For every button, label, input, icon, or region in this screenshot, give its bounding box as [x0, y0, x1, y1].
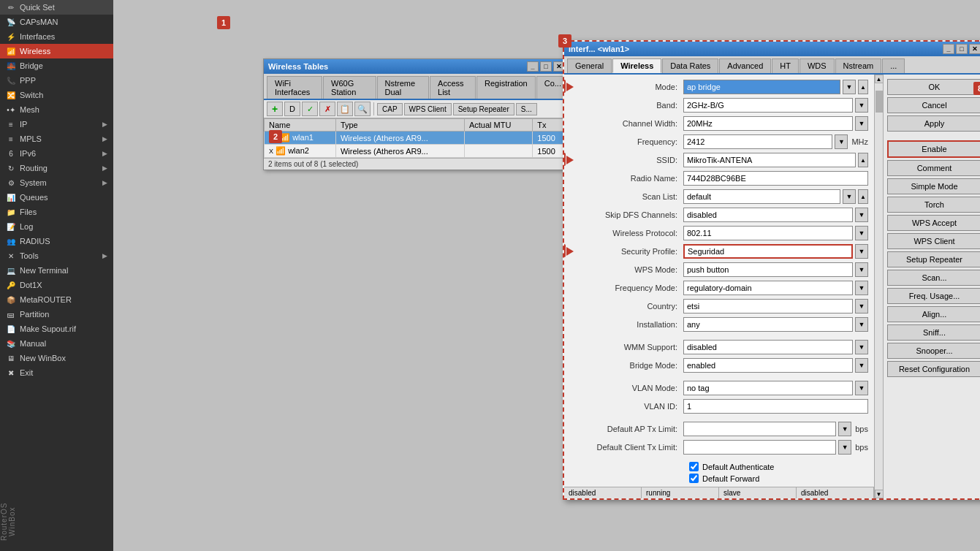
sidebar-item-log[interactable]: 📝 Log — [0, 219, 113, 234]
country-dropdown[interactable]: ▼ — [855, 299, 868, 314]
table-row[interactable]: XS 📶 wlan1 Wireless (Atheros AR9... 1500 — [265, 132, 569, 145]
reset-config-btn[interactable]: Reset Configuration — [887, 361, 980, 377]
security-profile-dropdown[interactable]: ▼ — [855, 244, 868, 259]
scan-list-dropdown[interactable]: ▼ — [843, 189, 856, 204]
sniff-btn[interactable]: Sniff... — [887, 324, 980, 341]
align-btn[interactable]: Align... — [887, 306, 980, 322]
dialog-close-btn[interactable]: ✕ — [969, 44, 980, 54]
sidebar-item-system[interactable]: ⚙ System ▶ — [0, 175, 113, 190]
s-btn[interactable]: S... — [516, 103, 537, 115]
freq-usage-btn[interactable]: Freq. Usage... — [887, 288, 980, 304]
sidebar-item-switch[interactable]: 🔀 Switch — [0, 88, 113, 102]
sidebar-item-capsman[interactable]: 📡 CAPsMAN — [0, 15, 113, 29]
default-ap-tx-input[interactable] — [683, 422, 836, 436]
sidebar-item-new-terminal[interactable]: 💻 New Terminal — [0, 263, 113, 278]
sidebar-item-mesh[interactable]: •✦ Mesh — [0, 102, 113, 117]
dialog-maximize-btn[interactable]: □ — [956, 44, 968, 54]
default-forward-checkbox[interactable] — [689, 474, 699, 483]
vlan-mode-dropdown[interactable]: ▼ — [855, 381, 868, 395]
wmm-support-dropdown[interactable]: ▼ — [855, 340, 868, 354]
sidebar-item-wireless[interactable]: 📶 Wireless — [0, 44, 113, 58]
tab-w60g[interactable]: W60G Station — [323, 76, 376, 99]
ssid-input[interactable]: MikroTik-ANTENA — [683, 153, 856, 167]
table-row[interactable]: X 📶 wlan2 Wireless (Atheros AR9... 1500 — [265, 145, 569, 158]
wps-mode-input[interactable]: push button — [683, 262, 853, 277]
col-mtu[interactable]: Actual MTU — [464, 119, 532, 132]
tab-nstreme-dual[interactable]: Nstreme Dual — [377, 76, 430, 99]
bridge-mode-dropdown[interactable]: ▼ — [855, 358, 868, 373]
wireless-protocol-dropdown[interactable]: ▼ — [855, 226, 868, 240]
minimize-btn[interactable]: _ — [527, 61, 539, 72]
tab-registration[interactable]: Registration — [476, 76, 536, 99]
wps-mode-dropdown[interactable]: ▼ — [855, 262, 868, 277]
frequency-dropdown[interactable]: ▼ — [835, 134, 848, 149]
mode-up-arrow[interactable]: ▲ — [858, 80, 868, 94]
mode-input[interactable]: ap bridge — [683, 80, 840, 94]
skip-dfs-dropdown[interactable]: ▼ — [855, 208, 868, 222]
sidebar-item-mpls[interactable]: ≡ MPLS ▶ — [0, 132, 113, 146]
ok-btn[interactable]: OK — [887, 79, 980, 95]
sidebar-item-ipv6[interactable]: 6 IPv6 ▶ — [0, 146, 113, 161]
scan-list-input[interactable]: default — [683, 189, 840, 204]
scroll-thumb[interactable] — [875, 91, 883, 113]
col-type[interactable]: Type — [335, 119, 464, 132]
mode-dropdown[interactable]: ▼ — [843, 80, 856, 94]
default-auth-checkbox[interactable] — [689, 462, 699, 471]
tab-access-list[interactable]: Access List — [430, 76, 476, 99]
sidebar-item-queues[interactable]: 📊 Queues — [0, 190, 113, 205]
tab-advanced[interactable]: Advanced — [719, 58, 771, 73]
tab-nstream[interactable]: Nstream — [835, 58, 882, 73]
cap-btn[interactable]: CAP — [377, 103, 403, 115]
col-name[interactable]: Name — [265, 119, 336, 132]
sidebar-item-files[interactable]: 📁 Files — [0, 205, 113, 219]
tab-wireless[interactable]: Wireless — [612, 58, 661, 73]
wireless-tables-titlebar[interactable]: Wireless Tables _ □ ✕ — [264, 59, 569, 74]
vlan-mode-input[interactable]: no tag — [683, 381, 853, 395]
default-client-tx-input[interactable] — [683, 440, 836, 455]
frequency-input[interactable]: 2412 — [683, 134, 832, 149]
wps-client-btn[interactable]: WPS Client — [887, 233, 980, 249]
band-input[interactable]: 2GHz-B/G — [683, 98, 853, 113]
apply-btn[interactable]: Apply — [887, 115, 980, 132]
sidebar-item-bridge[interactable]: 🌉 Bridge — [0, 58, 113, 73]
sidebar-item-interfaces[interactable]: ⚡ Interfaces — [0, 29, 113, 44]
ssid-up-arrow[interactable]: ▲ — [858, 153, 868, 167]
country-input[interactable]: etsi — [683, 299, 853, 314]
setup-repeater-btn2[interactable]: Setup Repeater — [887, 251, 980, 267]
channel-width-dropdown[interactable]: ▼ — [855, 116, 868, 131]
setup-repeater-btn[interactable]: Setup Repeater — [453, 103, 514, 115]
tab-data-rates[interactable]: Data Rates — [662, 58, 718, 73]
filter-btn[interactable]: 🔍 — [354, 102, 371, 116]
sidebar-item-ppp[interactable]: 📞 PPP — [0, 73, 113, 88]
default-ap-tx-dropdown[interactable]: ▼ — [838, 422, 851, 436]
tab-ht[interactable]: HT — [772, 58, 799, 73]
wps-client-btn[interactable]: WPS Client — [404, 103, 452, 115]
cancel-btn[interactable]: Cancel — [887, 97, 980, 113]
skip-dfs-input[interactable]: disabled — [683, 208, 853, 222]
frequency-mode-input[interactable]: regulatory-domain — [683, 281, 853, 295]
torch-btn[interactable]: Torch — [887, 197, 980, 213]
tab-more[interactable]: ... — [882, 58, 905, 73]
scan-list-up[interactable]: ▲ — [858, 189, 868, 204]
form-scrollbar[interactable]: ▲ ▼ — [874, 75, 883, 498]
sidebar-item-quick-set[interactable]: ✏ Quick Set — [0, 0, 113, 15]
tab-wifi-interfaces[interactable]: WiFi Interfaces — [267, 76, 322, 99]
enable-btn[interactable]: ✓ — [302, 102, 318, 116]
scroll-down-btn[interactable]: ▼ — [875, 490, 884, 498]
sidebar-item-metarouter[interactable]: 📦 MetaROUTER — [0, 292, 113, 307]
wireless-protocol-input[interactable]: 802.11 — [683, 226, 853, 240]
frequency-mode-dropdown[interactable]: ▼ — [855, 281, 868, 295]
sidebar-item-make-supout[interactable]: 📄 Make Supout.rif — [0, 322, 113, 336]
enable-btn[interactable]: Enable — [887, 140, 980, 158]
tab-general[interactable]: General — [567, 58, 612, 73]
vlan-id-input[interactable]: 1 — [683, 399, 868, 414]
bridge-mode-input[interactable]: enabled — [683, 358, 853, 373]
scan-btn[interactable]: Scan... — [887, 270, 980, 286]
wmm-support-input[interactable]: disabled — [683, 340, 853, 354]
sidebar-item-new-winbox[interactable]: 🖥 New WinBox — [0, 351, 113, 365]
comment-btn[interactable]: Comment — [887, 160, 980, 176]
dialog-minimize-btn[interactable]: _ — [943, 44, 954, 54]
simple-mode-btn[interactable]: Simple Mode — [887, 178, 980, 194]
sidebar-item-radius[interactable]: 👥 RADIUS — [0, 234, 113, 248]
snooper-btn[interactable]: Snooper... — [887, 343, 980, 359]
